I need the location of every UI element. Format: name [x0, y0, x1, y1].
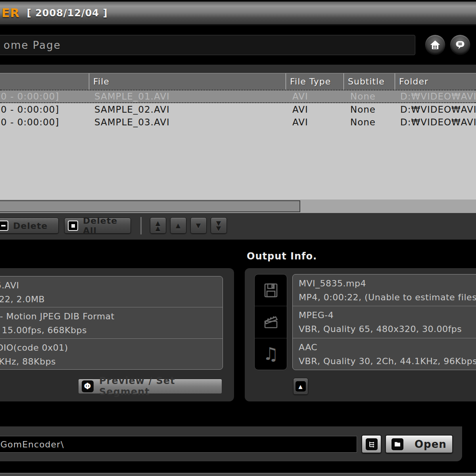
app-title: ER [2, 6, 20, 20]
row-filetype: AVI [286, 116, 344, 129]
gom-encoder-window: ER [ 2008/12/04 ] ome Page File File Typ… [0, 0, 476, 476]
input-filename: 35.AVI [0, 278, 223, 292]
home-button[interactable] [425, 35, 445, 55]
input-file-section: 35.AVI 0:22, 2.0MB [0, 276, 223, 307]
folder-tree-icon [366, 438, 378, 450]
output-icon-column: ♫ [254, 274, 287, 370]
output-file-details: MP4, 0:00:22, (Unable to estimate files [299, 290, 476, 304]
delete-all-icon [68, 221, 78, 231]
home-icon [430, 39, 441, 50]
input-audio-section: UDIO(code 0x01) .0KHz, 88Kbps [0, 338, 223, 369]
title-date: [ 2008/12/04 ] [27, 8, 108, 19]
speech-bubble-icon [455, 39, 466, 50]
output-file-icon-cell [255, 274, 287, 306]
table-row[interactable]: 0 - 0:00:00] SAMPLE_03.AVI AVI None D:₩V… [0, 116, 476, 129]
up-arrow-icon: ▲ [176, 223, 181, 228]
move-up-button[interactable]: ▲ [170, 217, 186, 234]
output-audio-format: AAC [299, 340, 476, 354]
music-note-icon: ♫ [263, 345, 278, 363]
open-folder-button[interactable]: Open [385, 435, 453, 453]
delete-button-label: Delete [13, 221, 48, 231]
banner-text: ome Page [0, 39, 61, 51]
file-queue-table: File File Type Subtitle Folder 0 - 0:00:… [0, 73, 476, 200]
output-video-format: MPEG-4 [299, 308, 476, 322]
banner-box: ome Page [0, 35, 415, 55]
open-button-label: Open [415, 438, 447, 450]
output-path-value: GomEncoder\ [0, 440, 64, 449]
output-info-heading: Output Info. [247, 251, 317, 262]
input-audio-details: .0KHz, 88Kbps [0, 355, 223, 369]
clapperboard-icon [262, 313, 280, 331]
scrollbar-thumb[interactable] [0, 200, 300, 212]
title-bar: ER [ 2008/12/04 ] [0, 0, 476, 25]
up-arrow-icon: ▲ [296, 381, 306, 392]
column-header-subtitle[interactable]: Subtitle [344, 73, 395, 90]
input-video-details: 0, 15.00fps, 668Kbps [0, 323, 223, 337]
save-floppy-icon [262, 282, 280, 299]
double-down-arrow-icon: ▼ [216, 226, 221, 231]
input-audio-format: UDIO(code 0x01) [0, 341, 223, 355]
move-down-button[interactable]: ▼ [190, 217, 207, 234]
row-filetype: AVI [286, 90, 344, 102]
delete-icon [0, 221, 8, 231]
preview-set-segment-button[interactable]: Φ Preview / Set Segment [78, 378, 223, 394]
output-audio-details: VBR, Quality 30, 2Ch, 44.1KHz, 96Kbps [299, 354, 476, 368]
open-folder-icon [392, 438, 403, 450]
row-subtitle: None [344, 103, 395, 116]
row-filetype: AVI [286, 103, 344, 116]
column-header-filetype[interactable]: File Type [286, 73, 344, 90]
table-header-row: File File Type Subtitle Folder [0, 73, 476, 90]
move-bottom-button[interactable]: ▼ ▼ [211, 217, 227, 234]
output-video-section: MPEG-4 VBR, Quality 65, 480x320, 30.00fp… [293, 306, 476, 338]
column-header-time[interactable] [0, 73, 89, 90]
delete-button[interactable]: Delete [0, 218, 59, 234]
double-up-arrow-icon: ▲ [155, 226, 161, 231]
row-time: 0 - 0:00:00] [0, 103, 89, 116]
column-header-file[interactable]: File [89, 73, 286, 90]
row-time: 0 - 0:00:00] [0, 90, 89, 102]
input-file-details: 0:22, 2.0MB [0, 292, 223, 306]
preview-eye-icon: Φ [82, 380, 94, 392]
row-file: SAMPLE_03.AVI [89, 116, 286, 129]
row-folder: D:₩VIDEO₩AVI [395, 103, 476, 116]
row-folder: D:₩VIDEO₩AVI [395, 116, 476, 129]
delete-all-button[interactable]: Delete All [64, 218, 131, 234]
browse-folder-button[interactable] [361, 435, 382, 453]
output-audio-icon-cell: ♫ [255, 338, 287, 370]
output-video-icon-cell [255, 306, 287, 338]
table-top-strip [0, 65, 476, 73]
move-top-button[interactable]: ▲ ▲ [150, 217, 166, 234]
output-file-section: MVI_5835.mp4 MP4, 0:00:22, (Unable to es… [293, 274, 476, 306]
delete-all-button-label: Delete All [83, 216, 131, 236]
output-path-input[interactable]: GomEncoder\ [0, 436, 357, 453]
row-subtitle: None [344, 116, 395, 129]
toolbar-divider [140, 217, 142, 234]
column-header-folder[interactable]: Folder [395, 73, 476, 90]
row-folder: D:₩VIDEO₩AVI [395, 90, 476, 102]
row-file: SAMPLE_02.AVI [89, 103, 286, 116]
output-video-details: VBR, Quality 65, 480x320, 30.00fps [299, 322, 476, 336]
output-filename: MVI_5835.mp4 [299, 276, 476, 290]
output-info-box: MVI_5835.mp4 MP4, 0:00:22, (Unable to es… [292, 274, 476, 370]
output-audio-section: AAC VBR, Quality 30, 2Ch, 44.1KHz, 96Kbp… [293, 338, 476, 370]
input-video-format: ft - Motion JPEG DIB Format [0, 309, 223, 323]
down-arrow-icon: ▼ [196, 223, 201, 228]
row-subtitle: None [344, 90, 395, 102]
row-file: SAMPLE_01.AVI [89, 90, 286, 102]
table-row[interactable]: 0 - 0:00:00] SAMPLE_01.AVI AVI None D:₩V… [0, 90, 476, 103]
input-info-box: 35.AVI 0:22, 2.0MB ft - Motion JPEG DIB … [0, 276, 223, 370]
row-time: 0 - 0:00:00] [0, 116, 89, 129]
community-button[interactable] [450, 35, 470, 55]
bottom-status-strip [0, 473, 476, 476]
table-row[interactable]: 0 - 0:00:00] SAMPLE_02.AVI AVI None D:₩V… [0, 103, 476, 116]
input-video-section: ft - Motion JPEG DIB Format 0, 15.00fps,… [0, 307, 223, 338]
preset-collapse-button[interactable]: ▲ [293, 378, 308, 395]
preview-button-label: Preview / Set Segment [99, 375, 222, 397]
